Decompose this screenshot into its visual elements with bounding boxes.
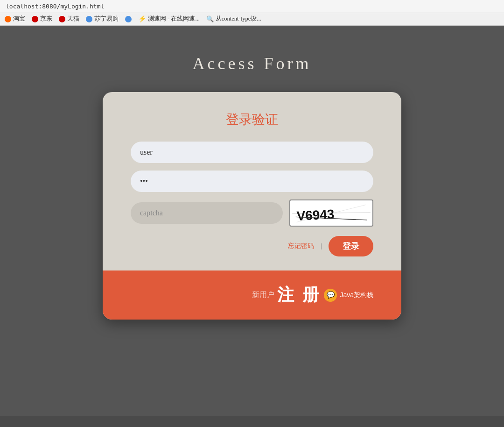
login-card: 登录验证 V6943 (103, 92, 401, 320)
bookmark-label: 苏宁易购 (94, 15, 119, 23)
captcha-row: V6943 (131, 199, 373, 227)
card-footer: 新用户 注 册 💬 Java架构栈 (103, 270, 401, 320)
page-title: Access Form (193, 54, 312, 73)
svg-text:V6943: V6943 (296, 207, 335, 223)
bookmark-label: 天猫 (67, 15, 79, 23)
username-input[interactable] (131, 142, 373, 163)
action-row: 忘记密码 | 登录 (131, 236, 373, 256)
bookmark-taobao[interactable]: 淘宝 (5, 15, 25, 23)
login-button[interactable]: 登录 (329, 236, 373, 256)
bookmark-label: 测速网 - 在线网速... (148, 15, 200, 23)
card-body: 登录验证 V6943 (103, 92, 401, 270)
captcha-image[interactable]: V6943 (289, 199, 373, 227)
url-text: localhost:8080/myLogin.html (6, 3, 104, 10)
forgot-password-link[interactable]: 忘记密码 (288, 242, 314, 250)
register-prefix: 新用户 (252, 290, 274, 300)
bookmarks-bar: 淘宝 京东 天猫 苏宁易购 ⚡ 测速网 - 在线网速... 🔍 从content… (0, 13, 504, 25)
bookmark-label: 京东 (40, 15, 52, 23)
wechat-icon: 💬 (324, 289, 337, 302)
card-heading: 登录验证 (131, 111, 373, 128)
username-group (131, 142, 373, 163)
bookmark-jd[interactable]: 京东 (32, 15, 52, 23)
password-input[interactable] (131, 171, 373, 192)
main-content: Access Form 登录验证 (0, 26, 504, 416)
bookmark-label: 从content-type设... (216, 15, 261, 23)
bookmark-speedtest[interactable]: ⚡ 测速网 - 在线网速... (138, 15, 200, 23)
bookmark-label: 淘宝 (13, 15, 25, 23)
browser-chrome: localhost:8080/myLogin.html 淘宝 京东 天猫 苏宁易… (0, 0, 504, 26)
address-bar[interactable]: localhost:8080/myLogin.html (0, 0, 504, 13)
captcha-input[interactable] (131, 202, 283, 224)
register-label[interactable]: 注 册 (277, 284, 321, 306)
divider: | (321, 242, 322, 250)
bookmark-suning[interactable]: 苏宁易购 (86, 15, 119, 23)
bookmark-globe[interactable] (125, 16, 132, 22)
bookmark-tmall[interactable]: 天猫 (59, 15, 79, 23)
java-label: Java架构栈 (340, 291, 373, 299)
password-group (131, 171, 373, 192)
bookmark-content-type[interactable]: 🔍 从content-type设... (206, 15, 261, 23)
